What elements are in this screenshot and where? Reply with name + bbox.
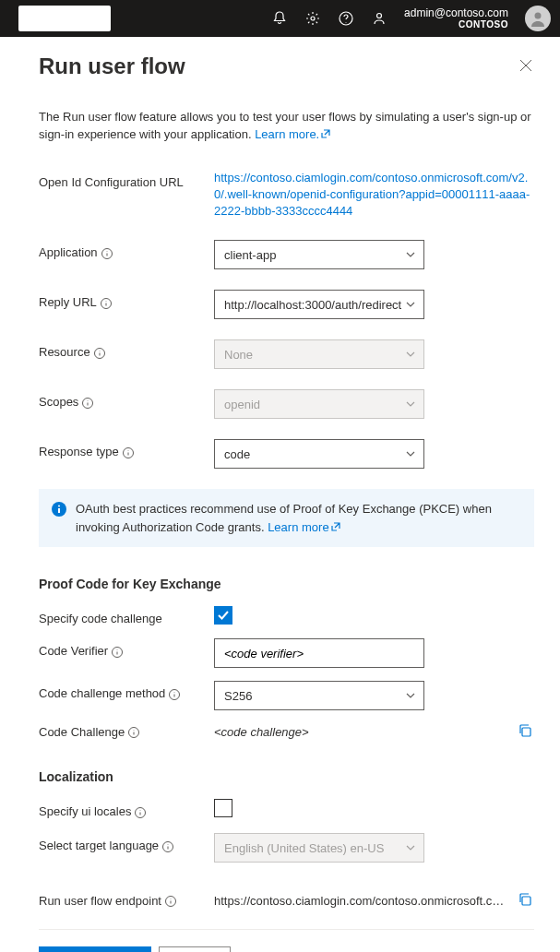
specify-locales-checkbox[interactable] — [214, 799, 232, 817]
learn-more-link[interactable]: Learn more. — [255, 127, 330, 141]
notifications-icon[interactable] — [271, 10, 288, 27]
endpoint-value: https://contoso.ciamlogin.com/contoso.on… — [214, 894, 518, 908]
info-icon[interactable] — [135, 807, 146, 818]
reply-url-dropdown[interactable]: http://localhost:3000/auth/redirect — [214, 290, 424, 319]
svg-point-11 — [58, 506, 60, 507]
external-link-icon — [321, 126, 330, 136]
info-icon[interactable] — [123, 447, 134, 458]
info-icon[interactable] — [94, 348, 105, 359]
svg-rect-15 — [522, 728, 530, 736]
svg-rect-10 — [58, 508, 60, 513]
scopes-label: Scopes — [39, 389, 214, 409]
response-type-label: Response type — [39, 439, 214, 458]
svg-point-0 — [311, 17, 315, 20]
chevron-down-icon — [405, 249, 416, 260]
application-label: Application — [39, 240, 214, 259]
chevron-down-icon — [405, 349, 416, 360]
pkce-heading: Proof Code for Key Exchange — [39, 577, 534, 591]
resource-dropdown: None — [214, 339, 424, 369]
topbar: admin@contoso.com CONTOSO — [0, 0, 560, 37]
info-icon[interactable] — [128, 727, 139, 738]
account-info[interactable]: admin@contoso.com CONTOSO — [404, 6, 508, 30]
target-language-label: Select target language — [39, 833, 214, 852]
svg-rect-19 — [522, 897, 530, 905]
chevron-down-icon — [405, 299, 416, 310]
cancel-button[interactable]: Cancel — [159, 946, 231, 952]
localization-heading: Localization — [39, 769, 534, 784]
panel-title: Run user flow — [39, 54, 185, 79]
specify-challenge-label: Specify code challenge — [39, 606, 214, 625]
chevron-down-icon — [405, 690, 416, 701]
copy-icon[interactable] — [518, 723, 534, 740]
avatar[interactable] — [525, 6, 551, 31]
help-icon[interactable] — [338, 10, 354, 27]
openid-label: Open Id Configuration URL — [39, 170, 214, 189]
chevron-down-icon — [405, 399, 416, 410]
reply-url-label: Reply URL — [39, 290, 214, 309]
specify-locales-label: Specify ui locales — [39, 799, 214, 818]
pkce-info-banner: OAuth best practices recommend use of Pr… — [39, 489, 534, 547]
info-icon[interactable] — [101, 298, 112, 309]
response-type-dropdown[interactable]: code — [214, 439, 424, 469]
info-icon — [52, 502, 66, 517]
challenge-method-label: Code challenge method — [39, 681, 214, 700]
info-icon[interactable] — [169, 689, 180, 700]
divider — [39, 929, 534, 930]
challenge-method-dropdown[interactable]: S256 — [214, 681, 424, 710]
code-challenge-label: Code Challenge — [39, 725, 214, 739]
scopes-dropdown: openid — [214, 389, 424, 419]
chevron-down-icon — [405, 842, 416, 853]
chevron-down-icon — [405, 448, 416, 459]
info-icon[interactable] — [101, 248, 113, 259]
info-icon[interactable] — [112, 647, 123, 658]
endpoint-label: Run user flow endpoint — [39, 894, 214, 908]
code-verifier-input[interactable] — [214, 638, 424, 668]
info-icon[interactable] — [82, 398, 93, 409]
pkce-learn-more-link[interactable]: Learn more — [268, 520, 340, 534]
external-link-icon — [331, 518, 340, 528]
feedback-icon[interactable] — [371, 10, 387, 27]
search-input[interactable] — [18, 6, 111, 31]
info-icon[interactable] — [162, 841, 173, 852]
svg-point-2 — [377, 14, 382, 18]
code-challenge-value: <code challenge> — [214, 725, 518, 739]
openid-url-link[interactable]: https://contoso.ciamlogin.com/contoso.on… — [214, 171, 530, 218]
copy-icon[interactable] — [518, 892, 534, 909]
svg-point-3 — [535, 13, 542, 19]
close-icon[interactable] — [519, 59, 534, 74]
application-dropdown[interactable]: client-app — [214, 240, 424, 269]
specify-challenge-checkbox[interactable] — [214, 606, 232, 625]
account-tenant: CONTOSO — [404, 19, 508, 30]
settings-icon[interactable] — [304, 10, 321, 27]
code-verifier-label: Code Verifier — [39, 638, 214, 658]
info-icon[interactable] — [165, 896, 176, 907]
run-button[interactable]: Run user flow — [39, 946, 151, 952]
target-language-dropdown: English (United States) en-US — [214, 833, 424, 863]
account-email: admin@contoso.com — [404, 6, 508, 19]
resource-label: Resource — [39, 339, 214, 359]
intro-text: The Run user flow feature allows you to … — [39, 109, 534, 144]
